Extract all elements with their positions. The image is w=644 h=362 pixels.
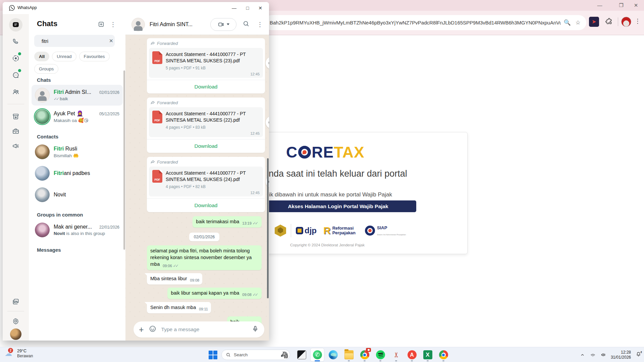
nav-channels-icon[interactable]: [9, 68, 22, 82]
filter-pill-favourites[interactable]: Favourites: [79, 52, 110, 61]
conversation-area: Fitri Admin SINT... ⋮ Forwarded Account …: [125, 14, 269, 341]
contact-avatar[interactable]: [131, 18, 145, 31]
taskbar-app-task-view-icon[interactable]: [294, 348, 309, 362]
browser-profile-avatar[interactable]: [621, 17, 631, 27]
url-text[interactable]: Bah2kP1p9RMYuXHB_jWmivMyLmBTZhNe46pByo3x…: [270, 20, 561, 25]
document-message[interactable]: Forwarded Account Statement - 4441000777…: [147, 38, 265, 94]
panel-menu-icon[interactable]: ⋮: [110, 21, 116, 28]
conversation-menu-icon[interactable]: ⋮: [257, 21, 263, 28]
chat-list-item[interactable]: Fitriani padbes: [32, 163, 123, 184]
nav-media-icon[interactable]: [9, 295, 22, 308]
notification-bell-icon[interactable]: z: [636, 351, 641, 358]
footer-logos: djp R ReformasiPerpajakan SIAPSistem Int…: [275, 223, 406, 238]
settings-gear-icon[interactable]: [9, 314, 22, 328]
composer-pill[interactable]: +: [133, 321, 264, 338]
incoming-message[interactable]: Mba sintesa libur09:08: [147, 273, 202, 285]
bookmark-star-icon[interactable]: ☆: [574, 19, 582, 26]
attach-plus-icon[interactable]: +: [139, 325, 144, 335]
forwarded-arrow-icon: [150, 100, 155, 105]
forwarded-label: Forwarded: [157, 100, 178, 105]
whatsapp-close-button[interactable]: ✕: [254, 5, 267, 11]
tray-clock[interactable]: 12:28 31/01/2026: [611, 350, 631, 360]
chat-list-item[interactable]: Ayuk Pet 🧕 05/12/2025 Makasih oa 🥰😘: [32, 106, 123, 127]
login-portal-button[interactable]: Akses Halaman Login Portal Wajib Pajak: [260, 200, 416, 212]
browser-close-button[interactable]: ✕: [629, 2, 643, 9]
conversation-header[interactable]: Fitri Admin SINT... ⋮: [125, 14, 269, 35]
chat-list-item[interactable]: Fitri Rusli Bismillah 🤲: [32, 141, 123, 162]
attachment-card[interactable]: Account Statement - 4441000777 - PT SINT…: [149, 48, 263, 78]
download-button[interactable]: Download: [147, 139, 265, 153]
video-call-button[interactable]: [210, 18, 236, 31]
download-button[interactable]: Download: [147, 198, 265, 212]
coretax-logo-re: RE: [312, 143, 334, 161]
outgoing-message[interactable]: baik libur sampai kapan ya mba09:08 ✓✓: [167, 288, 262, 299]
attachment-card[interactable]: Account Statement - 4441000777 - PT SINT…: [149, 107, 263, 137]
avatar: [35, 88, 50, 103]
nav-communities-icon[interactable]: [9, 85, 22, 99]
start-button[interactable]: [208, 350, 218, 360]
whatsapp-minimize-button[interactable]: —: [227, 5, 241, 11]
chat-list-item[interactable]: Fitri Admin SI... 02/01/2026 ✓✓baik: [32, 85, 123, 106]
extensions-puzzle-icon[interactable]: [605, 17, 613, 27]
profile-avatar[interactable]: [10, 328, 21, 340]
nav-chats-icon[interactable]: [9, 18, 22, 32]
taskbar-app-edge-icon[interactable]: [326, 348, 340, 362]
resend-arc-icon[interactable]: [266, 57, 269, 69]
url-bar[interactable]: Bah2kP1p9RMYuXHB_jWmivMyLmBTZhNe46pByo3x…: [264, 15, 586, 30]
whatsapp-maximize-button[interactable]: □: [241, 5, 254, 11]
outgoing-message[interactable]: baik terimakasi mba13:19 ✓✓: [193, 216, 262, 228]
message-time: 09:08: [190, 278, 200, 282]
taskbar-app-snipping-tool-icon[interactable]: [389, 348, 403, 362]
taskbar-app-file-explorer-icon[interactable]: [342, 348, 356, 362]
taskbar-app-whatsapp-icon[interactable]: [310, 348, 324, 362]
filter-pill-all[interactable]: All: [34, 52, 49, 61]
tray-chevron-up-icon[interactable]: [580, 352, 585, 358]
whatsapp-titlebar[interactable]: WhatsApp — □ ✕: [3, 2, 269, 14]
nav-archived-icon[interactable]: [9, 110, 22, 123]
zoom-icon[interactable]: 🔍: [563, 19, 572, 26]
message-input[interactable]: [161, 326, 252, 333]
taskbar-app-excel-icon[interactable]: [421, 348, 435, 362]
avatar: [35, 166, 50, 181]
incoming-message[interactable]: Senin dh masuk mba09:11: [147, 302, 211, 313]
taskbar-app-chrome-secondary-icon[interactable]: [436, 348, 450, 362]
taskbar-app-spotify-icon[interactable]: [373, 348, 387, 362]
attachment-card[interactable]: Account Statement - 4441000777 - PT SINT…: [149, 167, 263, 196]
taskbar-app-chrome-icon[interactable]: [358, 348, 372, 362]
wifi-icon[interactable]: [590, 352, 596, 358]
forwarded-row: Forwarded: [149, 159, 263, 167]
browser-minimize-button[interactable]: —: [592, 2, 607, 9]
weather-widget[interactable]: ☁2 29°CBerawan: [5, 349, 33, 358]
document-message[interactable]: Forwarded Account Statement - 4441000777…: [147, 98, 265, 153]
microphone-icon[interactable]: [252, 325, 259, 334]
search-bar[interactable]: ✕: [34, 35, 115, 47]
nav-status-icon[interactable]: [9, 52, 22, 65]
taskbar-apps: [294, 348, 450, 362]
idm-extension-icon[interactable]: ➤: [589, 17, 599, 27]
chat-list-item[interactable]: Mak ani gener... 22/01/2026 Novit is als…: [32, 220, 123, 240]
conversation-search-icon[interactable]: [243, 20, 250, 28]
sticker-emoji-icon[interactable]: [149, 325, 157, 334]
document-message[interactable]: Forwarded Account Statement - 4441000777…: [147, 157, 265, 212]
search-clear-icon[interactable]: ✕: [109, 38, 113, 44]
taskbar-search[interactable]: Search 🦓: [221, 350, 290, 360]
chat-list-scrollbar[interactable]: [123, 70, 125, 250]
search-input[interactable]: [41, 38, 109, 44]
contact-name[interactable]: Fitri Admin SINT...: [150, 21, 210, 27]
chat-list-item[interactable]: Novit: [32, 184, 123, 205]
resend-arc-icon[interactable]: [266, 116, 269, 129]
conversation-scrollbar[interactable]: [267, 158, 269, 298]
filter-pill-unread[interactable]: Unread: [52, 52, 76, 61]
nav-business-tools-icon[interactable]: [9, 125, 22, 138]
outgoing-message[interactable]: selamat pagi mba fitri, mba boleh minta …: [147, 245, 262, 270]
browser-menu-icon[interactable]: ⋮: [635, 17, 641, 25]
nav-calls-icon[interactable]: [9, 35, 22, 48]
browser-restore-button[interactable]: ❐: [614, 2, 629, 9]
taskbar-app-anydesk-icon[interactable]: [405, 348, 419, 362]
file-meta: 4 pages • PDF • 83 kB: [166, 125, 260, 130]
speaker-icon[interactable]: [600, 352, 606, 358]
download-button[interactable]: Download: [147, 80, 265, 94]
new-chat-icon[interactable]: [98, 21, 105, 29]
nav-broadcast-icon[interactable]: [9, 139, 22, 153]
search-highlight-image[interactable]: 🦓: [280, 351, 288, 359]
